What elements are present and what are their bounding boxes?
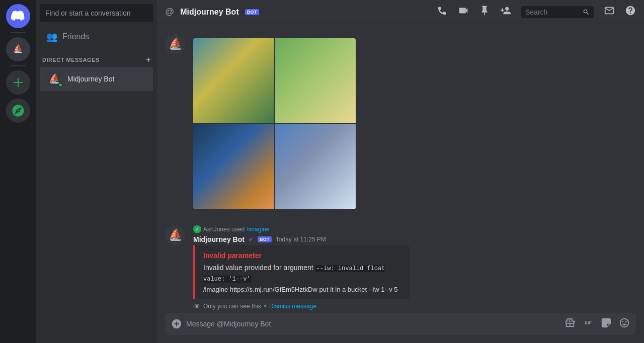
sailboat-server-button[interactable]: ⛵ — [6, 37, 30, 61]
image-cell-tr — [275, 38, 356, 123]
header-icons — [437, 5, 636, 19]
explore-servers-button[interactable] — [6, 99, 30, 123]
bot-badge: BOT — [258, 236, 272, 242]
message-input-area — [157, 313, 644, 343]
verified-icon: ✔ — [249, 236, 254, 243]
messages-area: ⛵ ⛵ ✓ AshJones used /imagine — [157, 24, 644, 313]
midjourney-bot-avatar: ⛵ — [46, 71, 62, 87]
generated-image-grid[interactable] — [193, 38, 356, 209]
message-group-image: ⛵ — [157, 32, 644, 211]
message-username: Midjourney Bot — [193, 235, 245, 243]
imagine-command-link[interactable]: /imagine — [247, 226, 269, 233]
error-path: /imagine https://s.mj.run/GfEm5HztkDw pu… — [203, 286, 401, 293]
friends-nav-item[interactable]: 👥 Friends — [40, 27, 153, 46]
add-member-icon[interactable] — [500, 5, 511, 19]
add-server-button[interactable] — [6, 70, 30, 95]
create-dm-button[interactable]: + — [146, 55, 151, 64]
image-cell-bl — [193, 124, 274, 209]
dm-username: Midjourney Bot — [67, 75, 114, 83]
error-title: Invalid parameter — [203, 251, 401, 260]
input-right-icons — [565, 317, 630, 330]
gif-icon[interactable] — [583, 317, 594, 330]
search-input[interactable] — [525, 8, 583, 16]
ephemeral-text: Only you can see this — [203, 303, 261, 310]
server-sidebar: ⛵ — [0, 0, 36, 343]
used-by-username: AshJones used — [203, 226, 245, 233]
message-avatar-2: ⛵ — [165, 225, 185, 245]
svg-text:⛵: ⛵ — [13, 44, 23, 53]
error-block: Invalid parameter Invalid value provided… — [193, 245, 410, 299]
message-text-input[interactable] — [186, 320, 560, 328]
server-divider-2 — [10, 65, 26, 66]
friends-label: Friends — [62, 32, 89, 41]
channel-name: Midjourney Bot — [180, 8, 238, 17]
svg-text:⛵: ⛵ — [169, 228, 183, 241]
error-body: Invalid value provided for argument --iw… — [203, 263, 401, 284]
dismiss-message-link[interactable]: Dismiss message — [269, 303, 316, 310]
help-icon[interactable] — [625, 5, 636, 19]
search-placeholder-text: Find or start a conversation — [45, 9, 131, 17]
message-timestamp: Today at 11:25 PM — [276, 236, 326, 243]
dm-sidebar: Find or start a conversation 👥 Friends D… — [36, 0, 157, 343]
friends-icon: 👥 — [46, 31, 57, 42]
direct-messages-label: DIRECT MESSAGES — [42, 57, 100, 63]
dot-separator: • — [264, 303, 266, 310]
bot-badge-header: BOT — [245, 9, 259, 15]
message-input-box — [165, 313, 636, 335]
discord-home-button[interactable] — [6, 4, 30, 28]
ephemeral-notice: 👁 Only you can see this • Dismiss messag… — [193, 302, 636, 310]
emoji-icon[interactable] — [619, 317, 630, 330]
used-by-bot-dot: ✓ — [193, 225, 201, 233]
image-cell-br — [275, 124, 356, 209]
find-conversation-input[interactable]: Find or start a conversation — [40, 4, 153, 22]
message-group-error: ⛵ ✓ AshJones used /imagine Midjourney Bo… — [157, 223, 644, 312]
used-imagine-line: ✓ AshJones used /imagine — [193, 225, 636, 233]
error-path-text: /imagine https://s.mj.run/GfEm5HztkDw pu… — [203, 286, 398, 293]
eye-icon: 👁 — [193, 302, 200, 310]
channel-header: @ Midjourney Bot BOT — [157, 0, 644, 24]
dm-channel-icon: @ — [165, 7, 174, 17]
phone-icon[interactable] — [437, 5, 448, 19]
message-avatar-1: ⛵ — [165, 34, 185, 54]
image-cell-tl — [193, 38, 274, 123]
search-bar[interactable] — [521, 6, 594, 18]
add-attachment-button[interactable] — [171, 318, 182, 329]
direct-messages-header: DIRECT MESSAGES + — [36, 47, 157, 66]
video-icon[interactable] — [458, 5, 469, 19]
gift-icon[interactable] — [565, 317, 576, 330]
error-body-text: Invalid value provided for argument — [203, 264, 313, 272]
svg-text:⛵: ⛵ — [169, 37, 183, 50]
sticker-icon[interactable] — [601, 317, 612, 330]
inbox-icon[interactable] — [604, 5, 615, 19]
message-header: Midjourney Bot ✔ BOT Today at 11:25 PM — [193, 235, 636, 243]
dm-midjourney-bot[interactable]: ⛵ Midjourney Bot — [40, 67, 153, 91]
pin-icon[interactable] — [479, 5, 490, 19]
main-content: @ Midjourney Bot BOT — [157, 0, 644, 343]
server-divider — [10, 32, 26, 33]
status-indicator — [58, 82, 63, 88]
